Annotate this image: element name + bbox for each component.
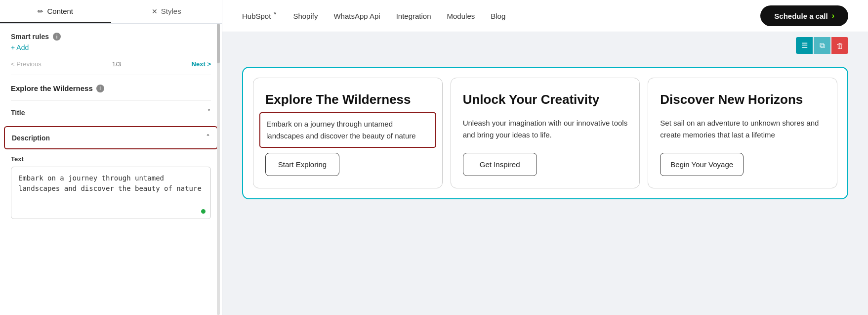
add-label: + Add [11,44,29,51]
card-1-title: Explore The Wilderness [265,92,430,107]
chevron-up-icon: ˄ [206,133,210,142]
add-button[interactable]: + Add [11,44,211,51]
schedule-arrow-icon: › [832,11,834,20]
nav-link-hubspot[interactable]: HubSpot ˅ [242,11,277,20]
scroll-track [217,24,220,315]
left-panel: ✏ Content ✕ Styles Smart rules i + Add <… [0,0,222,315]
card-1-button[interactable]: Start Exploring [265,153,339,176]
description-accordion-label: Description [12,134,50,142]
title-accordion-label: Title [11,109,25,117]
toolbar-grid-icon[interactable]: ☰ [796,37,813,54]
tabs-bar: ✏ Content ✕ Styles [0,0,222,24]
main-area: HubSpot ˅ Shopify WhatsApp Api Integrati… [222,0,868,315]
card-1-description: Embark on a journey through untamed land… [259,112,436,148]
cards-wrapper: Explore The Wilderness Embark on a journ… [242,67,848,199]
nav-link-integration[interactable]: Integration [396,12,431,20]
tab-styles-label: Styles [161,7,181,15]
nav-link-shopify[interactable]: Shopify [293,12,318,20]
nav-link-blog[interactable]: Blog [491,12,505,20]
toolbar-delete-icon[interactable]: 🗑 [831,37,848,54]
chevron-down-icon-hubspot: ˅ [273,11,277,20]
canvas: ☰ ⧉ 🗑 Explore The Wilderness Embark on a… [222,32,868,315]
nav-link-whatsapp[interactable]: WhatsApp Api [333,12,380,20]
tab-content-label: Content [47,7,73,15]
section-heading: Explore the Wilderness i [11,84,211,92]
top-nav: HubSpot ˅ Shopify WhatsApp Api Integrati… [222,0,868,32]
info-icon[interactable]: i [53,33,61,41]
card-2-description: Unleash your imagination with our innova… [463,117,628,143]
description-textarea[interactable]: Embark on a journey through untamed land… [11,167,210,217]
section-title-text: Explore the Wilderness [11,84,93,92]
toolbar-copy-icon[interactable]: ⧉ [814,37,830,54]
scroll-thumb [217,24,220,63]
card-3-description: Set sail on an adventure to unknown shor… [660,117,825,143]
previous-button[interactable]: < Previous [11,60,41,68]
description-accordion[interactable]: Description ˄ [4,126,218,149]
pagination-row: < Previous 1/3 Next > [11,60,211,75]
schedule-call-label: Schedule a call [774,12,827,20]
card-3-title: Discover New Horizons [660,92,825,107]
nav-links: HubSpot ˅ Shopify WhatsApp Api Integrati… [242,11,505,20]
tab-styles[interactable]: ✕ Styles [111,0,222,23]
page-count: 1/3 [112,60,121,68]
save-indicator [201,209,206,214]
card-3: Discover New Horizons Set sail on an adv… [648,78,837,188]
panel-content: Smart rules i + Add < Previous 1/3 Next … [0,24,222,315]
card-toolbar: ☰ ⧉ 🗑 [796,37,848,54]
smart-rules-row: Smart rules i [11,33,211,41]
schedule-call-button[interactable]: Schedule a call › [760,5,848,26]
pencil-icon: ✏ [38,7,43,15]
chevron-down-icon: ˅ [207,108,211,117]
x-icon: ✕ [152,7,158,15]
title-accordion[interactable]: Title ˅ [11,100,211,124]
card-3-button[interactable]: Begin Your Voyage [660,153,744,176]
card-2-title: Unlock Your Creativity [463,92,628,107]
card-1: Explore The Wilderness Embark on a journ… [253,78,443,188]
tab-content[interactable]: ✏ Content [0,0,111,23]
card-2: Unlock Your Creativity Unleash your imag… [451,78,640,188]
text-area-wrapper: Embark on a journey through untamed land… [11,167,211,219]
smart-rules-label: Smart rules [11,33,49,41]
nav-link-modules[interactable]: Modules [447,12,475,20]
card-2-button[interactable]: Get Inspired [463,153,537,176]
section-info-icon[interactable]: i [96,85,104,92]
next-button[interactable]: Next > [192,60,211,68]
text-field-group: Text Embark on a journey through untamed… [11,155,211,219]
nav-label-hubspot: HubSpot [242,12,271,20]
text-field-label: Text [11,155,211,163]
